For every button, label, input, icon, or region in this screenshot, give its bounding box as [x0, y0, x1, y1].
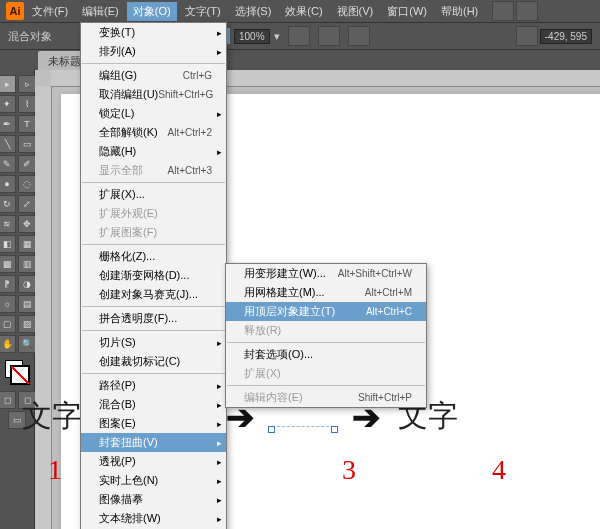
envelope-menu-item: 编辑内容(E)Shift+Ctrl+P [226, 388, 426, 407]
envelope-menu-item[interactable]: 用变形建立(W)...Alt+Shift+Ctrl+W [226, 264, 426, 283]
tool-wand[interactable]: ✦ [0, 95, 16, 113]
tool-slice[interactable]: ▨ [18, 315, 36, 333]
envelope-menu-item[interactable]: 用网格建立(M)...Alt+Ctrl+M [226, 283, 426, 302]
draw-normal[interactable]: ◻ [0, 391, 16, 409]
tool-mesh[interactable]: ▩ [0, 255, 16, 273]
dropdown-arrow-icon[interactable]: ▾ [274, 30, 280, 43]
object-menu-item[interactable]: 封套扭曲(V) [81, 433, 226, 452]
tool-symbol[interactable]: ☼ [0, 295, 16, 313]
tool-graph[interactable]: ▤ [18, 295, 36, 313]
object-menu-item[interactable]: 透视(P) [81, 452, 226, 471]
object-menu-item[interactable]: 排列(A) [81, 42, 226, 61]
menu-help[interactable]: 帮助(H) [435, 2, 484, 21]
object-menu-item[interactable]: 栅格化(Z)... [81, 247, 226, 266]
envelope-submenu: 用变形建立(W)...Alt+Shift+Ctrl+W用网格建立(M)...Al… [225, 263, 427, 408]
menu-object[interactable]: 对象(O) [127, 2, 177, 21]
object-menu-item[interactable]: 变换(T) [81, 23, 226, 42]
tool-brush[interactable]: ✎ [0, 155, 16, 173]
object-menu-item[interactable]: 取消编组(U)Shift+Ctrl+G [81, 85, 226, 104]
object-menu-item: 扩展图案(F) [81, 223, 226, 242]
menu-view[interactable]: 视图(V) [331, 2, 380, 21]
tool-pen[interactable]: ✒ [0, 115, 16, 133]
object-menu-item[interactable]: 创建对象马赛克(J)... [81, 285, 226, 304]
annotation-4: 4 [492, 454, 506, 486]
tool-rect[interactable]: ▭ [18, 135, 36, 153]
object-menu-item[interactable]: 隐藏(H) [81, 142, 226, 161]
selection-handle[interactable] [331, 426, 338, 433]
envelope-menu-item: 释放(R) [226, 321, 426, 340]
menu-file[interactable]: 文件(F) [26, 2, 74, 21]
object-menu-item[interactable]: 路径(P) [81, 376, 226, 395]
annotation-3: 3 [342, 454, 356, 486]
tool-artboard[interactable]: ▢ [0, 315, 16, 333]
tool-type[interactable]: T [18, 115, 36, 133]
opt-icon-b[interactable] [318, 26, 340, 46]
tool-line[interactable]: ╲ [0, 135, 16, 153]
object-menu-item[interactable]: 图案(E) [81, 414, 226, 433]
coord-readout: -429, 595 [540, 29, 592, 44]
tool-blob[interactable]: ● [0, 175, 16, 193]
tool-zoom[interactable]: 🔍 [18, 335, 36, 353]
selection-handle[interactable] [268, 426, 275, 433]
tool-direct[interactable]: ▹ [18, 75, 36, 93]
object-menu-item[interactable]: 锁定(L) [81, 104, 226, 123]
tool-hand[interactable]: ✋ [0, 335, 16, 353]
menu-effect[interactable]: 效果(C) [279, 2, 328, 21]
object-menu-item[interactable]: 切片(S) [81, 333, 226, 352]
object-menu-item[interactable]: 编组(G)Ctrl+G [81, 66, 226, 85]
object-menu-item: 显示全部Alt+Ctrl+3 [81, 161, 226, 180]
menu-select[interactable]: 选择(S) [229, 2, 278, 21]
tool-blend[interactable]: ◑ [18, 275, 36, 293]
tool-lasso[interactable]: ⌇ [18, 95, 36, 113]
menu-window[interactable]: 窗口(W) [381, 2, 433, 21]
menu-type[interactable]: 文字(T) [179, 2, 227, 21]
envelope-menu-item: 扩展(X) [226, 364, 426, 383]
tool-shape[interactable]: ◧ [0, 235, 16, 253]
opt-icon-a[interactable] [288, 26, 310, 46]
tool-persp[interactable]: ▦ [18, 235, 36, 253]
app-logo: Ai [6, 2, 24, 20]
object-menu-item[interactable]: 混合(B) [81, 395, 226, 414]
tool-rotate[interactable]: ↻ [0, 195, 16, 213]
tool-scale[interactable]: ⤢ [18, 195, 36, 213]
object-menu-item[interactable]: 全部解锁(K)Alt+Ctrl+2 [81, 123, 226, 142]
options-context-label: 混合对象 [8, 29, 52, 44]
object-menu-item[interactable]: 创建渐变网格(D)... [81, 266, 226, 285]
object-menu-item[interactable]: 实时上色(N) [81, 471, 226, 490]
opt-icon-c[interactable] [348, 26, 370, 46]
color-swatch[interactable] [5, 360, 29, 384]
menu-edit[interactable]: 编辑(E) [76, 2, 125, 21]
annotation-1: 1 [48, 454, 62, 486]
tool-eraser[interactable]: ◌ [18, 175, 36, 193]
object-menu-dropdown: 变换(T)排列(A)编组(G)Ctrl+G取消编组(U)Shift+Ctrl+G… [80, 22, 227, 529]
object-menu-item[interactable]: 图像描摹 [81, 490, 226, 509]
tool-width[interactable]: ≋ [0, 215, 16, 233]
zoom-field[interactable]: 100% [234, 29, 270, 44]
step1-text: 文字 [22, 396, 82, 437]
tool-selection[interactable]: ▸ [0, 75, 16, 93]
envelope-menu-item[interactable]: 用顶层对象建立(T)Alt+Ctrl+C [226, 302, 426, 321]
menubar-icon-2[interactable] [516, 1, 538, 21]
object-menu-item: 扩展外观(E) [81, 204, 226, 223]
menubar-icon-1[interactable] [492, 1, 514, 21]
envelope-menu-item[interactable]: 封套选项(O)... [226, 345, 426, 364]
tool-pencil[interactable]: ✐ [18, 155, 36, 173]
object-menu-item[interactable]: 创建裁切标记(C) [81, 352, 226, 371]
tool-free[interactable]: ✥ [18, 215, 36, 233]
tool-eyedrop[interactable]: ⁋ [0, 275, 16, 293]
xy-icon [516, 26, 538, 46]
object-menu-item[interactable]: 文本绕排(W) [81, 509, 226, 528]
object-menu-item[interactable]: 拼合透明度(F)... [81, 309, 226, 328]
object-menu-item[interactable]: 扩展(X)... [81, 185, 226, 204]
tool-gradient[interactable]: ▥ [18, 255, 36, 273]
